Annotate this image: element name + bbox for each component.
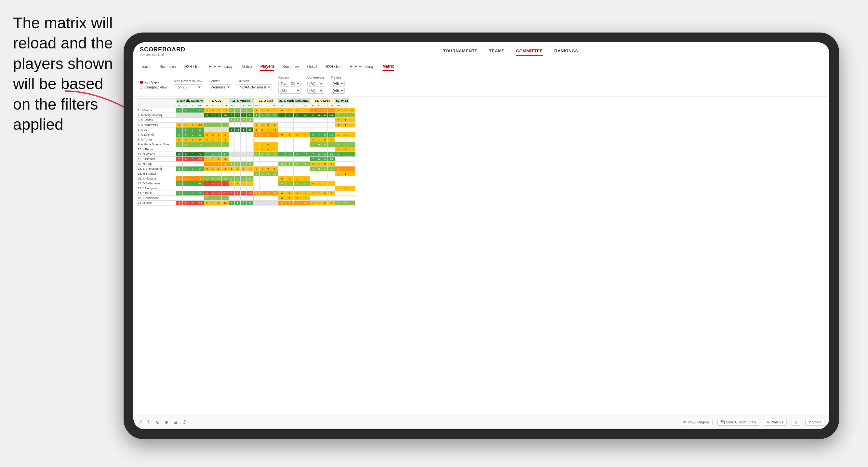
watch-btn[interactable]: ⊙ Watch ▾: [764, 419, 787, 426]
cell-l-13-2: [235, 172, 241, 176]
refresh-icon[interactable]: ⊙: [156, 419, 160, 425]
table-row: 3. S Jelinek0201701: [137, 118, 355, 123]
cell-l-16-1: [210, 186, 216, 191]
cell-d-16-3: [271, 186, 278, 191]
sub-nav-summary1[interactable]: Summary: [159, 63, 176, 70]
cell-t-13-2: [241, 172, 247, 176]
sub-nav-teams[interactable]: Teams: [140, 63, 151, 70]
cell-t-18-0: [189, 196, 196, 201]
cell-w-10-0: 2: [176, 157, 183, 162]
cell-d-17-0: 19: [196, 191, 204, 196]
cell-l-4-3: 3: [259, 127, 266, 132]
cell-d-4-1: [222, 127, 229, 132]
cell-w-12-0: 3: [176, 166, 183, 172]
nav-rankings[interactable]: RANKINGS: [554, 47, 578, 56]
cell-w-6-3: [254, 137, 259, 142]
h2-t: T: [216, 103, 222, 108]
layout-btn[interactable]: ⊞: [792, 419, 800, 426]
sub-nav-h2hheatmap2[interactable]: H2H Heatmap: [350, 63, 374, 70]
nav-tournaments[interactable]: TOURNAMENTS: [443, 47, 477, 56]
cell-d-3-1: [222, 123, 229, 127]
cell-d-19-2: 10: [247, 201, 254, 206]
compact-view-radio[interactable]: Compact View: [140, 85, 167, 89]
cell-d-9-3: 14: [271, 152, 278, 157]
cell-d-0-2: [247, 108, 254, 113]
cell-w-18-3: [254, 196, 259, 201]
cell-t-15-0: 0: [189, 181, 196, 186]
cell-l-7-3: 1: [259, 142, 266, 147]
cell-d-16-1: [222, 186, 229, 191]
gender-select[interactable]: Women's: [209, 84, 231, 90]
region-label: Region: [278, 76, 301, 80]
conference-select1[interactable]: (All): [307, 81, 324, 87]
cell-t-12-3: 0: [266, 166, 271, 172]
region-select2[interactable]: (All): [278, 88, 301, 94]
zoom-icon[interactable]: ⊕: [164, 419, 168, 425]
cell-t-7-0: 0: [189, 142, 196, 147]
cell-d-7-0: -9: [196, 142, 204, 147]
players-select2[interactable]: (All): [331, 88, 345, 94]
sub-nav-detail[interactable]: Detail: [307, 63, 317, 70]
cell-l-8-5: [316, 147, 322, 152]
cell-w-10-1: 1: [204, 157, 210, 162]
cell-w-4-6: [335, 127, 342, 132]
sub-nav-h2hgrid1[interactable]: H2H Grid: [184, 63, 201, 70]
cell-d-9-4: 17: [301, 152, 310, 157]
cell-d-3-5: [328, 123, 335, 127]
full-view-radio[interactable]: Full View: [140, 80, 167, 84]
cell-d-13-4: [301, 172, 310, 176]
timer-icon[interactable]: ⏱: [182, 419, 187, 425]
cell-d-2-2: 17: [247, 118, 254, 123]
cell-w-18-4: 0: [278, 196, 286, 201]
cell-l-12-4: [286, 166, 293, 172]
sub-nav-matrix2[interactable]: Matrix: [382, 62, 394, 71]
cell-l-8-0: [182, 147, 189, 152]
sub-nav-matrix1[interactable]: Matrix: [242, 63, 252, 70]
sub-nav-h2hheatmap1[interactable]: H2H Heatmap: [209, 63, 234, 70]
cell-w-1-6: 0: [335, 113, 342, 118]
player-name-cell: 7. O Mitchell: [137, 132, 176, 137]
h6-l: L: [316, 103, 322, 108]
sub-nav-h2hgrid2[interactable]: H2H Grid: [325, 63, 341, 70]
cell-t-3-4: [293, 123, 301, 127]
cell-l-12-2: 2: [235, 166, 241, 172]
cell-l-15-1: 0: [210, 181, 216, 186]
cell-d-8-2: [247, 147, 254, 152]
players-select1[interactable]: (All): [331, 81, 345, 87]
cell-t-18-4: 0: [293, 196, 301, 201]
sub-nav-summary2[interactable]: Summary: [282, 63, 299, 70]
player-name-cell: 5. A Nomrowski: [137, 123, 176, 127]
cell-l-10-0: 0: [182, 157, 189, 162]
nav-committee[interactable]: COMMITTEE: [516, 47, 543, 56]
undo-icon[interactable]: ↺: [138, 419, 142, 425]
max-players-select[interactable]: Top 25: [174, 84, 202, 90]
redo-icon[interactable]: ↻: [147, 419, 151, 425]
cell-l-18-3: [259, 196, 266, 201]
matrix-scroll[interactable]: 2. M Kelly Mulcahy 6. A Dy 11. G Woods 2…: [133, 97, 829, 415]
cell-t-12-1: 0: [216, 166, 222, 172]
range-icon[interactable]: ⊞: [173, 419, 177, 425]
cell-l-2-5: [316, 118, 322, 123]
cell-t-18-3: [266, 196, 271, 201]
cell-l-11-5: 1: [316, 162, 322, 166]
cell-d-11-5: 1: [328, 162, 335, 166]
cell-d-18-3: [271, 196, 278, 201]
cell-w-13-2: [229, 172, 235, 176]
table-row: 11. G Woods100014140110001414017240204: [137, 152, 355, 157]
share-btn[interactable]: ↗ Share: [805, 419, 825, 426]
division-group: Division NCAA Division II: [238, 80, 272, 90]
region-select1[interactable]: East - DII: [278, 81, 301, 87]
division-select[interactable]: NCAA Division II: [238, 84, 272, 90]
view-original-btn[interactable]: 👁 View: Original: [680, 419, 713, 425]
sub-nav-players[interactable]: Players: [260, 62, 274, 71]
cell-d-10-4: [301, 157, 310, 162]
cell-l-11-4: 2: [286, 162, 293, 166]
cell-w-12-4: [278, 166, 286, 172]
save-view-btn[interactable]: 💾 Save Custom View: [717, 419, 759, 426]
nav-teams[interactable]: TEAMS: [489, 47, 505, 56]
cell-d-10-0: -58: [196, 157, 204, 162]
cell-w-13-6: 0: [335, 172, 342, 176]
conference-select2[interactable]: (All): [307, 88, 324, 94]
cell-t-1-4: 0: [293, 113, 301, 118]
cell-l-13-6: 1: [342, 172, 349, 176]
